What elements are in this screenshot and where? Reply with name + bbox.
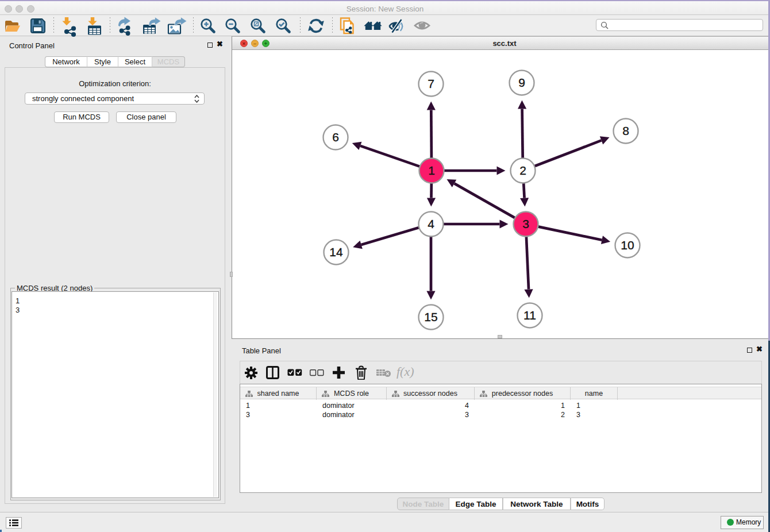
- svg-text:11: 11: [523, 309, 536, 322]
- svg-text:4: 4: [428, 217, 434, 230]
- svg-text:10: 10: [621, 238, 634, 252]
- svg-text:2: 2: [519, 164, 526, 177]
- svg-text:3: 3: [522, 217, 529, 230]
- svg-text:8: 8: [622, 124, 629, 137]
- svg-text:1: 1: [428, 164, 435, 177]
- svg-text:15: 15: [424, 310, 437, 323]
- svg-text:14: 14: [329, 245, 343, 259]
- svg-text:7: 7: [428, 77, 434, 90]
- svg-text:6: 6: [332, 130, 339, 144]
- svg-text:9: 9: [518, 76, 525, 89]
